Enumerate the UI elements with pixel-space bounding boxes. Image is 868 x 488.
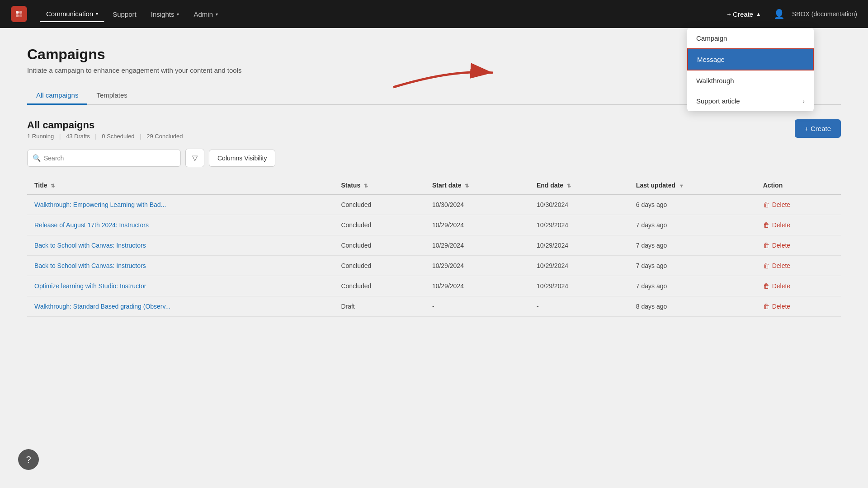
dropdown-item[interactable]: Walkthrough bbox=[687, 70, 814, 91]
section-stats: 1 Running | 43 Drafts | 0 Scheduled | 29… bbox=[27, 133, 186, 140]
table-row: Walkthrough: Standard Based grading (Obs… bbox=[27, 296, 841, 317]
sort-icon: ▼ bbox=[679, 183, 684, 188]
cell-action: 🗑 Delete bbox=[756, 195, 841, 215]
col-end-date[interactable]: End date ⇅ bbox=[529, 176, 629, 195]
cell-title: Back to School with Canvas: Instructors bbox=[27, 235, 334, 256]
cell-end-date: 10/29/2024 bbox=[529, 276, 629, 296]
org-name[interactable]: SBOX (documentation) bbox=[792, 10, 857, 18]
cell-end-date: 10/29/2024 bbox=[529, 235, 629, 256]
dropdown-item[interactable]: Message bbox=[687, 48, 814, 70]
cell-title: Walkthrough: Standard Based grading (Obs… bbox=[27, 296, 334, 317]
trash-icon: 🗑 bbox=[763, 262, 769, 269]
cell-status: Concluded bbox=[334, 256, 425, 276]
create-dropdown-menu: CampaignMessageWalkthroughSupport articl… bbox=[687, 28, 814, 111]
delete-button[interactable]: 🗑 Delete bbox=[763, 303, 790, 310]
table-row: Walkthrough: Empowering Learning with Ba… bbox=[27, 195, 841, 215]
campaign-title-link[interactable]: Walkthrough: Empowering Learning with Ba… bbox=[34, 201, 166, 208]
campaigns-table: Title ⇅ Status ⇅ Start date ⇅ End date ⇅… bbox=[27, 176, 841, 317]
dropdown-item[interactable]: Campaign bbox=[687, 28, 814, 48]
cell-action: 🗑 Delete bbox=[756, 256, 841, 276]
columns-visibility-button[interactable]: Columns Visibility bbox=[209, 150, 275, 167]
col-last-updated[interactable]: Last updated ▼ bbox=[629, 176, 756, 195]
campaign-title-link[interactable]: Back to School with Canvas: Instructors bbox=[34, 262, 146, 269]
dropdown-item-label: Walkthrough bbox=[696, 77, 734, 84]
trash-icon: 🗑 bbox=[763, 303, 769, 310]
trash-icon: 🗑 bbox=[763, 282, 769, 290]
cell-start-date: 10/29/2024 bbox=[425, 276, 529, 296]
campaign-title-link[interactable]: Optimize learning with Studio: Instructo… bbox=[34, 282, 146, 290]
nav-right: + Create ▲ 👤 SBOX (documentation) bbox=[722, 7, 857, 22]
sort-icon: ⇅ bbox=[465, 183, 469, 188]
nav-items: Communication ▾ Support Insights ▾ Admin… bbox=[40, 6, 722, 22]
chevron-down-icon: ▾ bbox=[177, 12, 179, 17]
create-button[interactable]: + Create ▲ bbox=[722, 7, 766, 22]
cell-status: Concluded bbox=[334, 215, 425, 235]
sort-icon: ⇅ bbox=[364, 183, 368, 188]
cell-end-date: 10/29/2024 bbox=[529, 215, 629, 235]
trash-icon: 🗑 bbox=[763, 221, 769, 229]
trash-icon: 🗑 bbox=[763, 201, 769, 208]
filter-button[interactable]: ▽ bbox=[185, 149, 204, 167]
cell-action: 🗑 Delete bbox=[756, 235, 841, 256]
delete-button[interactable]: 🗑 Delete bbox=[763, 201, 790, 208]
user-icon[interactable]: 👤 bbox=[774, 9, 785, 19]
dropdown-item-label: Support article bbox=[696, 97, 740, 105]
cell-last-updated: 7 days ago bbox=[629, 215, 756, 235]
svg-point-0 bbox=[16, 11, 19, 14]
dropdown-item[interactable]: Support article› bbox=[687, 91, 814, 111]
cell-end-date: - bbox=[529, 296, 629, 317]
chevron-right-icon: › bbox=[802, 98, 805, 105]
cell-action: 🗑 Delete bbox=[756, 296, 841, 317]
cell-end-date: 10/29/2024 bbox=[529, 256, 629, 276]
filter-icon: ▽ bbox=[192, 154, 198, 162]
section-header: All campaigns 1 Running | 43 Drafts | 0 … bbox=[27, 119, 841, 140]
nav-admin[interactable]: Admin ▾ bbox=[187, 7, 224, 22]
cell-status: Draft bbox=[334, 296, 425, 317]
chevron-down-icon: ▾ bbox=[216, 12, 218, 17]
create-campaign-button[interactable]: + Create bbox=[795, 119, 841, 138]
section-info: All campaigns 1 Running | 43 Drafts | 0 … bbox=[27, 119, 186, 140]
sort-icon: ⇅ bbox=[51, 183, 55, 188]
search-input[interactable] bbox=[27, 150, 181, 167]
delete-button[interactable]: 🗑 Delete bbox=[763, 221, 790, 229]
campaign-title-link[interactable]: Back to School with Canvas: Instructors bbox=[34, 242, 146, 249]
delete-button[interactable]: 🗑 Delete bbox=[763, 242, 790, 249]
nav-support[interactable]: Support bbox=[106, 7, 143, 22]
col-title[interactable]: Title ⇅ bbox=[27, 176, 334, 195]
col-action: Action bbox=[756, 176, 841, 195]
logo[interactable] bbox=[11, 6, 27, 22]
cell-start-date: 10/29/2024 bbox=[425, 235, 529, 256]
cell-title: Release of August 17th 2024: Instructors bbox=[27, 215, 334, 235]
campaign-title-link[interactable]: Walkthrough: Standard Based grading (Obs… bbox=[34, 303, 170, 310]
delete-button[interactable]: 🗑 Delete bbox=[763, 282, 790, 290]
table-body: Walkthrough: Empowering Learning with Ba… bbox=[27, 195, 841, 317]
help-bubble[interactable]: ? bbox=[18, 449, 39, 470]
cell-title: Optimize learning with Studio: Instructo… bbox=[27, 276, 334, 296]
svg-point-3 bbox=[19, 14, 22, 17]
cell-end-date: 10/30/2024 bbox=[529, 195, 629, 215]
cell-start-date: 10/29/2024 bbox=[425, 256, 529, 276]
col-status[interactable]: Status ⇅ bbox=[334, 176, 425, 195]
table-header: Title ⇅ Status ⇅ Start date ⇅ End date ⇅… bbox=[27, 176, 841, 195]
table-row: Release of August 17th 2024: Instructors… bbox=[27, 215, 841, 235]
cell-last-updated: 6 days ago bbox=[629, 195, 756, 215]
delete-button[interactable]: 🗑 Delete bbox=[763, 262, 790, 269]
tab-all-campaigns[interactable]: All campaigns bbox=[27, 87, 87, 105]
col-start-date[interactable]: Start date ⇅ bbox=[425, 176, 529, 195]
campaign-title-link[interactable]: Release of August 17th 2024: Instructors bbox=[34, 221, 149, 229]
tab-templates[interactable]: Templates bbox=[87, 87, 136, 105]
nav-communication[interactable]: Communication ▾ bbox=[40, 6, 104, 22]
dropdown-item-label: Campaign bbox=[696, 34, 727, 42]
trash-icon: 🗑 bbox=[763, 242, 769, 249]
section-title: All campaigns bbox=[27, 119, 186, 131]
toolbar: 🔍 ▽ Columns Visibility bbox=[27, 149, 841, 167]
chevron-up-icon: ▲ bbox=[756, 11, 761, 17]
sort-icon: ⇅ bbox=[567, 183, 571, 188]
chevron-down-icon: ▾ bbox=[96, 11, 98, 16]
nav-insights[interactable]: Insights ▾ bbox=[145, 7, 186, 22]
cell-status: Concluded bbox=[334, 276, 425, 296]
cell-start-date: - bbox=[425, 296, 529, 317]
cell-last-updated: 7 days ago bbox=[629, 276, 756, 296]
cell-last-updated: 7 days ago bbox=[629, 256, 756, 276]
search-wrapper: 🔍 bbox=[27, 150, 181, 167]
